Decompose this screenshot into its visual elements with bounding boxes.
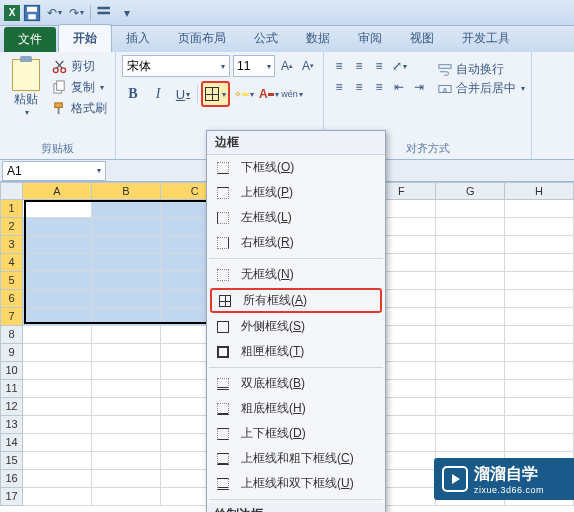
cell[interactable]	[23, 200, 92, 218]
cell[interactable]	[505, 344, 574, 362]
menu-item-thick[interactable]: 粗匣框线(T)	[207, 339, 385, 364]
name-box[interactable]: A1▾	[2, 161, 106, 181]
qat-undo-icon[interactable]: ↶▾	[44, 3, 64, 23]
cell[interactable]	[92, 200, 161, 218]
row-header[interactable]: 7	[0, 308, 23, 326]
cell[interactable]	[92, 254, 161, 272]
align-right-icon[interactable]: ≡	[370, 78, 388, 96]
column-header[interactable]: A	[23, 182, 92, 200]
cell[interactable]	[23, 326, 92, 344]
menu-item-topthbot[interactable]: 上框线和粗下框线(C)	[207, 446, 385, 471]
tab-layout[interactable]: 页面布局	[164, 25, 240, 52]
cell[interactable]	[436, 200, 505, 218]
italic-button[interactable]: I	[147, 83, 169, 105]
row-header[interactable]: 3	[0, 236, 23, 254]
cell[interactable]	[436, 290, 505, 308]
cell[interactable]	[505, 200, 574, 218]
cell[interactable]	[23, 380, 92, 398]
cell[interactable]	[436, 254, 505, 272]
row-header[interactable]: 14	[0, 434, 23, 452]
cell[interactable]	[23, 218, 92, 236]
cell[interactable]	[505, 218, 574, 236]
cell[interactable]	[23, 272, 92, 290]
decrease-font-icon[interactable]: A▾	[299, 57, 317, 75]
qat-redo-icon[interactable]: ↷▾	[66, 3, 86, 23]
row-header[interactable]: 8	[0, 326, 23, 344]
cell[interactable]	[505, 380, 574, 398]
cell[interactable]	[23, 290, 92, 308]
cell[interactable]	[23, 470, 92, 488]
row-header[interactable]: 2	[0, 218, 23, 236]
orientation-icon[interactable]: ⤢▾	[390, 57, 408, 75]
format-painter-button[interactable]: 格式刷	[50, 99, 109, 118]
cell[interactable]	[23, 416, 92, 434]
cell[interactable]	[505, 308, 574, 326]
menu-item-left[interactable]: 左框线(L)	[207, 205, 385, 230]
cell[interactable]	[436, 236, 505, 254]
align-center-icon[interactable]: ≡	[350, 78, 368, 96]
row-header[interactable]: 16	[0, 470, 23, 488]
cell[interactable]	[436, 344, 505, 362]
wrap-text-button[interactable]: 自动换行	[438, 61, 525, 78]
cell[interactable]	[92, 416, 161, 434]
menu-item-none[interactable]: 无框线(N)	[207, 262, 385, 287]
cell[interactable]	[436, 326, 505, 344]
paste-button[interactable]: 粘贴 ▾	[6, 55, 46, 139]
cell[interactable]	[92, 344, 161, 362]
column-header[interactable]: G	[436, 182, 505, 200]
phonetic-button[interactable]: wén▾	[283, 85, 301, 103]
cell[interactable]	[505, 416, 574, 434]
cell[interactable]	[505, 272, 574, 290]
cell[interactable]	[92, 470, 161, 488]
menu-item-right[interactable]: 右框线(R)	[207, 230, 385, 255]
row-header[interactable]: 4	[0, 254, 23, 272]
cell[interactable]	[436, 218, 505, 236]
menu-item-dbot[interactable]: 双底框线(B)	[207, 371, 385, 396]
row-header[interactable]: 13	[0, 416, 23, 434]
cell[interactable]	[505, 290, 574, 308]
menu-item-outside[interactable]: 外侧框线(S)	[207, 314, 385, 339]
cell[interactable]	[23, 236, 92, 254]
cell[interactable]	[23, 344, 92, 362]
cell[interactable]	[436, 308, 505, 326]
cell[interactable]	[436, 398, 505, 416]
font-color-button[interactable]: A▾	[258, 83, 280, 105]
tab-dev[interactable]: 开发工具	[448, 25, 524, 52]
menu-item-bottom[interactable]: 下框线(O)	[207, 155, 385, 180]
row-header[interactable]: 11	[0, 380, 23, 398]
select-all-corner[interactable]	[0, 182, 23, 200]
cell[interactable]	[92, 434, 161, 452]
menu-item-thbot[interactable]: 粗底框线(H)	[207, 396, 385, 421]
cell[interactable]	[23, 488, 92, 506]
column-header[interactable]: H	[505, 182, 574, 200]
cell[interactable]	[505, 398, 574, 416]
borders-button[interactable]: ▾	[201, 81, 230, 107]
menu-item-topbot[interactable]: 上下框线(D)	[207, 421, 385, 446]
row-header[interactable]: 12	[0, 398, 23, 416]
row-header[interactable]: 15	[0, 452, 23, 470]
cell[interactable]	[92, 452, 161, 470]
increase-font-icon[interactable]: A▴	[278, 57, 296, 75]
menu-item-all[interactable]: 所有框线(A)	[210, 288, 382, 313]
row-header[interactable]: 6	[0, 290, 23, 308]
cell[interactable]	[505, 254, 574, 272]
merge-center-button[interactable]: a合并后居中▾	[438, 80, 525, 97]
cell[interactable]	[92, 398, 161, 416]
decrease-indent-icon[interactable]: ⇤	[390, 78, 408, 96]
align-middle-icon[interactable]: ≡	[350, 57, 368, 75]
tab-insert[interactable]: 插入	[112, 25, 164, 52]
row-header[interactable]: 5	[0, 272, 23, 290]
tab-home[interactable]: 开始	[58, 24, 112, 52]
cut-button[interactable]: 剪切	[50, 57, 109, 76]
row-header[interactable]: 17	[0, 488, 23, 506]
cell[interactable]	[436, 272, 505, 290]
row-header[interactable]: 10	[0, 362, 23, 380]
cell[interactable]	[436, 434, 505, 452]
cell[interactable]	[436, 416, 505, 434]
cell[interactable]	[436, 380, 505, 398]
cell[interactable]	[92, 380, 161, 398]
qat-customize-icon[interactable]	[95, 3, 115, 23]
cell[interactable]	[505, 236, 574, 254]
fill-color-button[interactable]: ▾	[233, 83, 255, 105]
font-name-selector[interactable]: 宋体▾	[122, 55, 230, 77]
